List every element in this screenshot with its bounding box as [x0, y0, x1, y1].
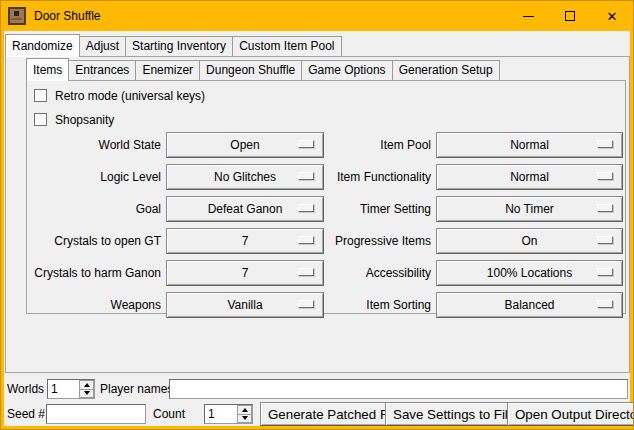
worlds-spinbox — [47, 379, 95, 399]
tab-generation-setup[interactable]: Generation Setup — [392, 60, 500, 80]
retro-mode-label: Retro mode (universal keys) — [55, 89, 205, 103]
seed-input[interactable] — [46, 404, 146, 424]
item-functionality-label: Item Functionality — [321, 164, 431, 190]
option-row: Goal Defeat Ganon Timer Setting No Timer — [1, 196, 634, 222]
titlebar[interactable]: Door Shuffle ✕ — [1, 1, 633, 31]
maximize-icon — [565, 11, 575, 21]
tab-enemizer[interactable]: Enemizer — [135, 60, 200, 80]
main-tab-bar: Randomize Adjust Starting Inventory Cust… — [5, 34, 341, 56]
item-functionality-value: Normal — [437, 165, 622, 189]
minimize-button[interactable] — [507, 1, 549, 31]
seed-label: Seed # — [7, 404, 45, 424]
item-sorting-dropdown[interactable]: Balanced — [436, 292, 623, 318]
crystals-open-gt-dropdown[interactable]: 7 — [166, 228, 324, 254]
player-names-label: Player names — [100, 379, 173, 399]
timer-setting-value: No Timer — [437, 197, 622, 221]
up-arrow-icon — [242, 408, 248, 412]
dropdown-indicator-icon — [597, 300, 613, 308]
shopsanity-checkbox[interactable] — [34, 113, 47, 126]
progressive-items-label: Progressive Items — [321, 228, 431, 254]
tab-items[interactable]: Items — [26, 58, 69, 81]
dropdown-indicator-icon — [298, 204, 314, 212]
accessibility-label: Accessibility — [321, 260, 431, 286]
count-up-arrow[interactable] — [237, 405, 252, 415]
item-pool-dropdown[interactable]: Normal — [436, 132, 623, 158]
dropdown-indicator-icon — [597, 140, 613, 148]
window-controls: ✕ — [507, 1, 633, 31]
count-down-arrow[interactable] — [237, 415, 252, 424]
weapons-dropdown[interactable]: Vanilla — [166, 292, 324, 318]
option-row: World State Open Item Pool Normal — [1, 132, 634, 158]
sub-tab-bar: Items Entrances Enemizer Dungeon Shuffle… — [26, 58, 499, 80]
item-sorting-label: Item Sorting — [321, 292, 431, 318]
worlds-up-arrow[interactable] — [79, 380, 94, 390]
item-sorting-value: Balanced — [437, 293, 622, 317]
close-button[interactable]: ✕ — [591, 1, 633, 31]
worlds-spin-arrows — [79, 380, 94, 398]
timer-setting-label: Timer Setting — [321, 196, 431, 222]
save-settings-button[interactable]: Save Settings to File — [385, 402, 523, 426]
dropdown-indicator-icon — [597, 236, 613, 244]
dropdown-indicator-icon — [597, 268, 613, 276]
world-state-dropdown[interactable]: Open — [166, 132, 324, 158]
crystals-harm-ganon-dropdown[interactable]: 7 — [166, 260, 324, 286]
count-spin-arrows — [237, 405, 252, 423]
dropdown-indicator-icon — [298, 140, 314, 148]
app-icon-plank — [11, 18, 22, 20]
weapons-label: Weapons — [23, 292, 161, 318]
tab-adjust[interactable]: Adjust — [79, 36, 126, 56]
window-border-bottom — [1, 426, 633, 429]
logic-level-label: Logic Level — [23, 164, 161, 190]
shopsanity-label: Shopsanity — [55, 113, 114, 127]
timer-setting-dropdown[interactable]: No Timer — [436, 196, 623, 222]
item-functionality-dropdown[interactable]: Normal — [436, 164, 623, 190]
up-arrow-icon — [84, 383, 90, 387]
down-arrow-icon — [84, 391, 90, 395]
count-input[interactable] — [205, 405, 237, 423]
world-state-label: World State — [23, 132, 161, 158]
worlds-down-arrow[interactable] — [79, 390, 94, 399]
option-row: Crystals to harm Ganon 7 Accessibility 1… — [1, 260, 634, 286]
tab-starting-inventory[interactable]: Starting Inventory — [125, 36, 233, 56]
tab-dungeon-shuffle[interactable]: Dungeon Shuffle — [199, 60, 302, 80]
count-label: Count — [153, 404, 185, 424]
item-pool-value: Normal — [437, 133, 622, 157]
shopsanity-row: Shopsanity — [34, 112, 114, 127]
tab-game-options[interactable]: Game Options — [301, 60, 392, 80]
option-row: Crystals to open GT 7 Progressive Items … — [1, 228, 634, 254]
option-row: Logic Level No Glitches Item Functionali… — [1, 164, 634, 190]
worlds-label: Worlds — [7, 379, 44, 399]
logic-level-dropdown[interactable]: No Glitches — [166, 164, 324, 190]
option-row: Weapons Vanilla Item Sorting Balanced — [1, 292, 634, 318]
retro-mode-checkbox[interactable] — [34, 89, 47, 102]
app-icon — [8, 7, 26, 25]
dropdown-indicator-icon — [597, 204, 613, 212]
goal-label: Goal — [23, 196, 161, 222]
crystals-open-gt-label: Crystals to open GT — [23, 228, 161, 254]
progressive-items-value: On — [437, 229, 622, 253]
maximize-button[interactable] — [549, 1, 591, 31]
accessibility-dropdown[interactable]: 100% Locations — [436, 260, 623, 286]
item-pool-label: Item Pool — [321, 132, 431, 158]
crystals-harm-ganon-label: Crystals to harm Ganon — [23, 260, 161, 286]
retro-mode-row: Retro mode (universal keys) — [34, 88, 205, 103]
progressive-items-dropdown[interactable]: On — [436, 228, 623, 254]
tab-randomize[interactable]: Randomize — [5, 34, 80, 57]
dropdown-indicator-icon — [298, 300, 314, 308]
window-title: Door Shuffle — [34, 9, 101, 23]
worlds-input[interactable] — [48, 380, 79, 398]
dropdown-indicator-icon — [597, 172, 613, 180]
door-shuffle-window: Door Shuffle ✕ Randomize Adjust Starting… — [0, 0, 634, 430]
player-names-input[interactable] — [169, 379, 628, 399]
goal-dropdown[interactable]: Defeat Ganon — [166, 196, 324, 222]
dropdown-indicator-icon — [298, 236, 314, 244]
open-output-directory-button[interactable]: Open Output Directory — [507, 402, 634, 426]
tab-entrances[interactable]: Entrances — [68, 60, 136, 80]
dropdown-indicator-icon — [298, 172, 314, 180]
app-icon-keyhole — [14, 11, 19, 16]
minimize-icon — [523, 16, 534, 17]
down-arrow-icon — [242, 416, 248, 420]
tab-custom-item-pool[interactable]: Custom Item Pool — [232, 36, 341, 56]
accessibility-value: 100% Locations — [437, 261, 622, 285]
close-icon: ✕ — [607, 10, 618, 23]
